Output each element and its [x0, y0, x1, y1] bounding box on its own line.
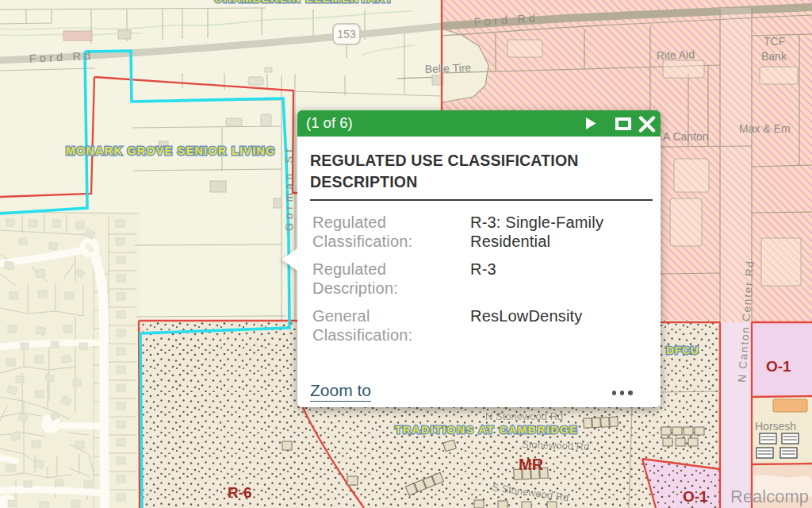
svg-text:MONARK GROVE SENIOR LIVING: MONARK GROVE SENIOR LIVING	[66, 144, 276, 157]
svg-text:TRADITIONS AT CAMBRIDGE: TRADITIONS AT CAMBRIDGE	[395, 424, 578, 436]
svg-text:DFCU: DFCU	[666, 344, 699, 356]
svg-text:Realcomp: Realcomp	[730, 487, 809, 506]
svg-text:O-1: O-1	[683, 488, 708, 505]
svg-text:Stonewood Rd: Stonewood Rd	[522, 438, 590, 452]
svg-text:TCF: TCF	[764, 35, 785, 48]
svg-text:Horsesh: Horsesh	[755, 420, 796, 433]
svg-text:Bank: Bank	[761, 50, 787, 63]
svg-text:CHAMBERLIN ELEMENTARY: CHAMBERLIN ELEMENTARY	[214, 0, 393, 5]
svg-text:A Canton: A Canton	[663, 130, 709, 143]
svg-text:Rite Aid: Rite Aid	[657, 48, 695, 62]
svg-text:R-6: R-6	[228, 484, 252, 501]
svg-text:Max & Em: Max & Em	[739, 122, 791, 135]
svg-text:Belle Tire: Belle Tire	[425, 61, 472, 75]
svg-text:N Stonewood Rd: N Stonewood Rd	[485, 410, 563, 422]
svg-text:MR: MR	[519, 456, 544, 473]
svg-text:153: 153	[337, 28, 356, 40]
svg-text:O-1: O-1	[766, 358, 791, 375]
svg-text:Gorman St: Gorman St	[283, 145, 295, 231]
